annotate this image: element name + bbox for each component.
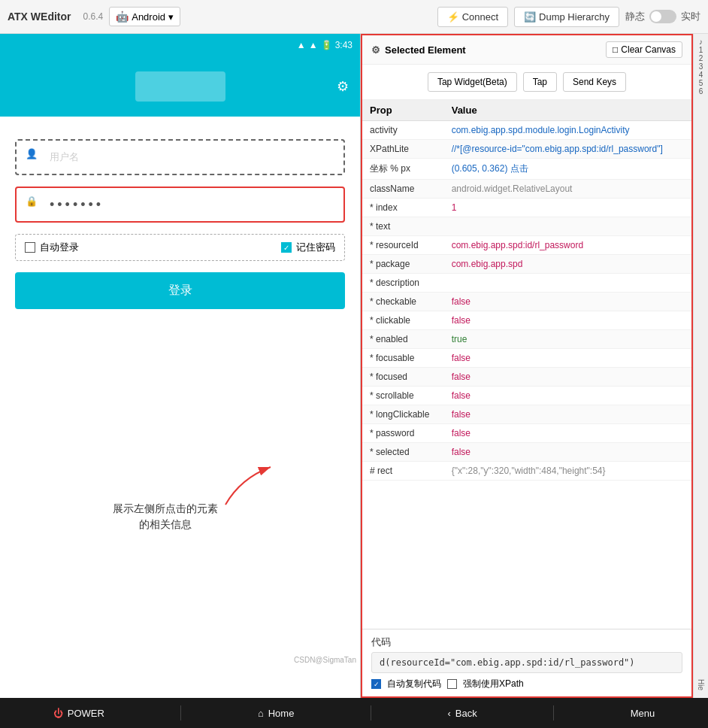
divider-2	[371, 705, 371, 720]
table-row: * longClickablefalse	[362, 405, 691, 424]
device-selector[interactable]: 🤖 Android ▾	[109, 7, 180, 26]
remember-pwd-option[interactable]: ✓ 记住密码	[281, 241, 335, 254]
force-xpath-label: 强制使用XPath	[463, 678, 524, 690]
clear-icon: □	[613, 44, 618, 55]
chevron-down-icon: ▾	[168, 11, 174, 23]
table-row: activitycom.ebig.app.spd.module.login.Lo…	[362, 121, 691, 140]
signal-icon: ▲	[309, 40, 318, 50]
music-note: ♪	[699, 38, 703, 46]
toggle-switch[interactable]	[649, 10, 676, 23]
phone-app-header: ⚙	[0, 56, 360, 117]
login-button[interactable]: 登录	[15, 272, 345, 309]
top-toolbar: ATX WEditor 0.6.4 🤖 Android ▾ ⚡ Connect …	[0, 0, 708, 34]
app-version: 0.6.4	[83, 11, 104, 22]
prop-name-cell: * clickable	[362, 311, 444, 330]
wifi-icon: ▲	[297, 40, 306, 50]
back-icon: ‹	[447, 708, 450, 719]
password-field[interactable]: 🔒 •••••••	[15, 187, 345, 223]
panel-header: ⚙ Selected Element □ Clear Canvas	[362, 35, 691, 65]
prop-name-cell: * text	[362, 217, 444, 236]
username-value: 用户名	[50, 150, 79, 164]
app-title: ATX WEditor	[8, 11, 71, 23]
force-xpath-checkbox[interactable]	[447, 679, 457, 689]
prop-name-cell: * checkable	[362, 293, 444, 311]
prop-value-cell	[444, 217, 691, 236]
annotation-text: 展示左侧所点击的元素 的相关信息	[113, 501, 218, 532]
table-row: * resourceIdcom.ebig.app.spd:id/rl_passw…	[362, 236, 691, 255]
prop-name-cell: * package	[362, 255, 444, 274]
auto-login-checkbox[interactable]	[25, 242, 35, 253]
code-section: 代码 d(resourceId="com.ebig.app.spd:id/rl_…	[362, 629, 691, 696]
right-sidebar: ♪ 1 2 3 4 5 6 Hie	[693, 34, 708, 698]
prop-name-cell: * scrollable	[362, 387, 444, 405]
dump-hierarchy-button[interactable]: 🔄 Dump Hierarchy	[514, 7, 619, 27]
table-row: * index1	[362, 199, 691, 217]
settings-icon[interactable]: ⚙	[337, 78, 349, 95]
prop-name-cell: * password	[362, 424, 444, 443]
code-box: d(resourceId="com.ebig.app.spd:id/rl_pas…	[371, 652, 682, 673]
prop-name-cell: activity	[362, 121, 444, 140]
menu-button[interactable]: Menu	[631, 708, 655, 719]
table-row: # rect{"x":28,"y":320,"width":484,"heigh…	[362, 462, 691, 481]
selected-element-label: Selected Element	[385, 44, 466, 56]
prop-value-cell	[444, 274, 691, 293]
clear-canvas-button[interactable]: □ Clear Canvas	[606, 41, 682, 58]
prop-name-cell: * resourceId	[362, 236, 444, 255]
remember-pwd-label: 记住密码	[296, 241, 335, 254]
prop-value-cell: false	[444, 349, 691, 368]
phone-screen: ▲ ▲ 🔋 3:43 ⚙ 👤 用户名 🔒	[0, 34, 360, 698]
back-button[interactable]: ‹ Back	[447, 708, 477, 719]
android-icon: 🤖	[116, 11, 129, 23]
power-button[interactable]: ⏻ POWER	[53, 708, 104, 719]
prop-name-cell: className	[362, 180, 444, 199]
table-row: * scrollablefalse	[362, 387, 691, 405]
home-button[interactable]: ⌂ Home	[258, 708, 295, 719]
table-row: classNameandroid.widget.RelativeLayout	[362, 180, 691, 199]
table-row: * passwordfalse	[362, 424, 691, 443]
table-row: * focusablefalse	[362, 349, 691, 368]
table-row: * checkablefalse	[362, 293, 691, 311]
prop-name-cell: * longClickable	[362, 405, 444, 424]
power-icon: ⏻	[53, 708, 63, 719]
static-realtime-toggle: 静态 实时	[625, 10, 700, 23]
annotation-container: 展示左侧所点击的元素 的相关信息	[113, 501, 218, 532]
realtime-label: 实时	[681, 10, 700, 23]
phone-status-bar: ▲ ▲ 🔋 3:43	[0, 34, 360, 56]
password-dots: •••••••	[50, 197, 104, 213]
prop-value-cell: 1	[444, 199, 691, 217]
connect-button[interactable]: ⚡ Connect	[437, 7, 508, 27]
remember-pwd-checkbox[interactable]: ✓	[281, 242, 292, 253]
prop-value-cell: false	[444, 387, 691, 405]
send-keys-button[interactable]: Send Keys	[563, 72, 626, 92]
tap-widget-button[interactable]: Tap Widget(Beta)	[428, 72, 517, 92]
prop-value-cell: //*[@resource-id="com.ebig.app.spd:id/rl…	[444, 140, 691, 159]
code-label: 代码	[371, 635, 682, 649]
sidebar-num-6: 6	[699, 87, 703, 96]
username-field[interactable]: 👤 用户名	[15, 139, 345, 175]
hierarchy-label: Hie	[697, 679, 705, 690]
prop-value-cell: (0.605, 0.362) 点击	[444, 159, 691, 180]
table-row: * enabledtrue	[362, 330, 691, 349]
prop-column-header: Prop	[362, 100, 444, 121]
prop-value-cell: {"x":28,"y":320,"width":484,"height":54}	[444, 462, 691, 481]
refresh-icon: 🔄	[524, 11, 536, 23]
sidebar-num-5: 5	[699, 79, 703, 87]
toggle-thumb	[651, 11, 661, 22]
prop-name-cell: 坐标 % px	[362, 159, 444, 180]
prop-name-cell: * focusable	[362, 349, 444, 368]
sidebar-num-4: 4	[699, 71, 703, 79]
table-row: * selectedfalse	[362, 443, 691, 462]
auto-login-option[interactable]: 自动登录	[25, 241, 79, 254]
phone-logo	[135, 71, 225, 102]
prop-name-cell: * focused	[362, 368, 444, 387]
table-row: XPathLite//*[@resource-id="com.ebig.app.…	[362, 140, 691, 159]
divider-1	[180, 705, 181, 720]
action-buttons: Tap Widget(Beta) Tap Send Keys	[362, 65, 691, 100]
auto-copy-checkbox[interactable]: ✓	[371, 679, 381, 689]
phone-options-row: 自动登录 ✓ 记住密码	[15, 234, 345, 261]
table-row: * focusedfalse	[362, 368, 691, 387]
tap-button[interactable]: Tap	[523, 72, 557, 92]
device-label: Android	[132, 11, 165, 23]
value-column-header: Value	[444, 100, 691, 121]
prop-value-cell: com.ebig.app.spd	[444, 255, 691, 274]
